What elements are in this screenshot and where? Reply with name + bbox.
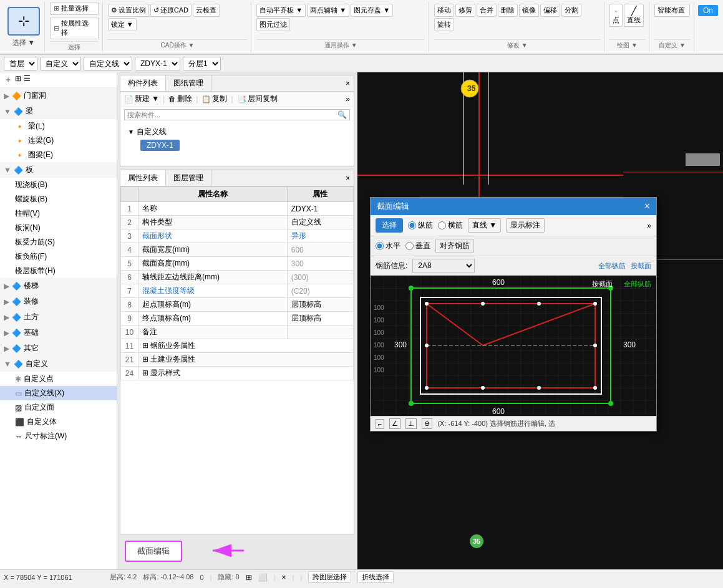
sidebar-item-dimension[interactable]: ↔尺寸标注(W): [0, 429, 117, 443]
cloud-check-btn[interactable]: 云检查: [193, 4, 220, 17]
sidebar-category-window[interactable]: ▶ 🔶 门窗洞: [0, 88, 117, 104]
radio-vertical-align[interactable]: 垂直: [405, 241, 430, 251]
rebar-value-select[interactable]: 2A8: [412, 259, 475, 272]
vertical-align-radio[interactable]: [405, 242, 414, 250]
new-btn[interactable]: 📄新建 ▼: [124, 94, 159, 104]
batch-select-btn[interactable]: ⊞ 批量选择: [50, 2, 99, 15]
layer-manage-tab[interactable]: 图层管理: [166, 170, 211, 186]
move-btn[interactable]: 移动: [434, 4, 454, 17]
tag-zdyx1[interactable]: ZDYX-1: [140, 140, 180, 151]
lock-btn[interactable]: 锁定 ▼: [108, 18, 137, 31]
select-label[interactable]: 选择 ▼: [12, 38, 35, 47]
attr-list-tab[interactable]: 属性列表: [120, 170, 166, 186]
props-panel-close-btn[interactable]: ×: [342, 173, 354, 184]
plus-icon[interactable]: ＋: [4, 74, 12, 85]
tree-child-zdyx1[interactable]: ZDYX-1: [138, 138, 349, 152]
mirror-btn[interactable]: 镜像: [519, 4, 539, 17]
restore-cad-btn[interactable]: ↺还原CAD: [150, 4, 192, 17]
sidebar-category-beam[interactable]: ▼ 🔷 梁: [0, 104, 117, 119]
floor-copy-btn[interactable]: 📑层间复制: [237, 94, 278, 104]
sidebar-item-slab-rebar-s[interactable]: 板受力筋(S): [0, 235, 117, 249]
sidebar-item-slab-spiral[interactable]: 螺旋板(B): [0, 192, 117, 206]
floor-select[interactable]: 首层: [4, 57, 37, 70]
rotate-btn[interactable]: 旋转: [434, 18, 454, 31]
line-type-select[interactable]: 自定义线: [84, 57, 132, 70]
dialog-show-note-btn[interactable]: 显示标注: [506, 218, 545, 233]
radio-vertical-rebar[interactable]: 纵筋: [408, 220, 433, 231]
dialog-line-btn[interactable]: 直线 ▼: [468, 218, 501, 233]
sidebar-item-slab-hole[interactable]: 板洞(N): [0, 221, 117, 235]
sidebar-item-slab-b[interactable]: 现浇板(B): [0, 178, 117, 192]
panel-close-btn[interactable]: ×: [342, 78, 354, 89]
plus-dialog-icon[interactable]: ⊕: [422, 418, 432, 429]
delete-btn[interactable]: 删除: [498, 4, 518, 17]
corner-icon[interactable]: ⌐: [376, 419, 384, 429]
sidebar-item-beam-l[interactable]: 🔸梁(L): [0, 119, 117, 133]
angle-icon[interactable]: ∠: [389, 418, 400, 429]
section-edit-button[interactable]: 截面编辑: [125, 541, 182, 562]
sidebar-item-custom-point[interactable]: ✱自定义点: [0, 372, 117, 386]
layer-select[interactable]: 分层1: [183, 57, 221, 70]
sidebar-category-foundation[interactable]: ▶ 🔷基础: [0, 325, 117, 340]
smart-layout-btn[interactable]: 智能布置: [654, 4, 690, 17]
delete-component-btn[interactable]: 🗑删除: [168, 94, 192, 104]
sidebar-category-earthwork[interactable]: ▶ 🔷土方: [0, 309, 117, 325]
radio-horizontal-rebar[interactable]: 横筋: [438, 220, 463, 231]
cross-layer-select-btn[interactable]: 跨图层选择: [308, 571, 351, 583]
sidebar-item-column-cap[interactable]: 柱帽(V): [0, 206, 117, 221]
attr-select-btn[interactable]: ⊟ 按属性选择: [50, 17, 99, 39]
sidebar-category-custom[interactable]: ▼ 🔷自定义: [0, 356, 117, 372]
tree-root[interactable]: ▼ 自定义线: [125, 125, 349, 138]
search-icon[interactable]: 🔍: [337, 110, 347, 119]
copy-btn[interactable]: 📋复制: [201, 94, 227, 104]
vertical-rebar-radio[interactable]: [408, 221, 416, 229]
more-btn[interactable]: »: [346, 95, 350, 104]
grid-view-icon[interactable]: ⊞: [15, 74, 21, 85]
align-rebar-btn[interactable]: 对齐钢筋: [435, 239, 474, 253]
dialog-select-btn[interactable]: 选择: [376, 218, 403, 233]
type-select[interactable]: 自定义: [40, 57, 81, 70]
radio-horizontal-align[interactable]: 水平: [376, 241, 400, 251]
two-point-btn[interactable]: 两点辅轴 ▼: [307, 4, 349, 17]
offset-btn[interactable]: 偏移: [540, 4, 560, 17]
polyline-select-btn[interactable]: 折线选择: [357, 571, 394, 583]
prop-row-21[interactable]: 21 ⊞ 土建业务属性: [121, 353, 354, 367]
auto-align-btn[interactable]: 自动平齐板 ▼: [256, 4, 306, 17]
prop-row-24[interactable]: 24 ⊞ 显示样式: [121, 367, 354, 380]
sidebar-item-floor-band[interactable]: 楼层板带(H): [0, 264, 117, 278]
all-vertical-label[interactable]: 全部纵筋: [624, 279, 651, 289]
trim-btn[interactable]: 修剪: [455, 4, 475, 17]
dialog-more-btn[interactable]: »: [647, 221, 651, 230]
drawing-manage-tab[interactable]: 图纸管理: [166, 75, 211, 91]
sidebar-category-decor[interactable]: ▶ 🔷装修: [0, 294, 117, 309]
sidebar-category-stair[interactable]: ▶ 🔷楼梯: [0, 278, 117, 294]
sidebar-item-custom-face[interactable]: ▨自定义面: [0, 400, 117, 415]
sidebar-item-custom-line[interactable]: ▭自定义线(X): [0, 386, 117, 400]
by-section-label[interactable]: 按截面: [592, 279, 613, 289]
sidebar-item-beam-e[interactable]: 🔸圈梁(E): [0, 148, 117, 162]
by-section-btn[interactable]: 按截面: [631, 261, 651, 271]
point-btn[interactable]: ·点: [609, 4, 623, 27]
dialog-close-btn[interactable]: ×: [644, 201, 650, 212]
save-element-btn[interactable]: 图元存盘 ▼: [351, 4, 393, 17]
all-vertical-rebar-btn[interactable]: 全部纵筋: [598, 261, 626, 271]
search-input[interactable]: [127, 111, 337, 118]
list-view-icon[interactable]: ☰: [24, 74, 31, 85]
sidebar-item-slab-rebar-f[interactable]: 板负筋(F): [0, 249, 117, 264]
select-main-button[interactable]: ⊹: [7, 7, 40, 36]
merge-btn[interactable]: 合并: [477, 4, 497, 17]
split-btn[interactable]: 分割: [561, 4, 581, 17]
sidebar-item-beam-g[interactable]: 🔸连梁(G): [0, 133, 117, 148]
code-select[interactable]: ZDYX-1: [135, 57, 180, 70]
filter-btn[interactable]: 图元过滤: [256, 18, 290, 31]
horizontal-rebar-radio[interactable]: [438, 221, 446, 229]
set-scale-btn[interactable]: ⚙设置比例: [108, 4, 149, 17]
sidebar-item-custom-body[interactable]: ⬛自定义体: [0, 415, 117, 429]
horizontal-align-radio[interactable]: [376, 242, 384, 250]
line-btn[interactable]: ╱直线: [624, 4, 644, 27]
prop-row-11[interactable]: 11 ⊞ 钢筋业务属性: [121, 339, 354, 353]
component-list-tab[interactable]: 构件列表: [120, 75, 166, 91]
sidebar-category-slab[interactable]: ▼ 🔷 板: [0, 162, 117, 178]
perp-icon[interactable]: ⊥: [405, 418, 417, 429]
sidebar-category-other[interactable]: ▶ 🔷其它: [0, 340, 117, 356]
